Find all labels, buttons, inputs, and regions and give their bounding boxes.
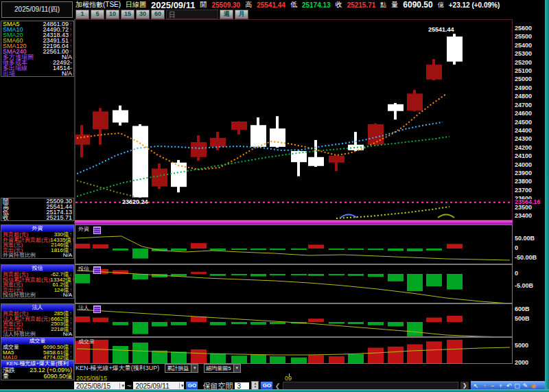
indicator-bar[interactable] bbox=[407, 345, 423, 363]
indicator-bar[interactable] bbox=[348, 322, 364, 324]
indicator-bar[interactable] bbox=[426, 274, 442, 286]
indicator-bar[interactable] bbox=[426, 318, 442, 322]
indicator-bar[interactable] bbox=[447, 244, 463, 249]
indicator-bar[interactable] bbox=[132, 343, 148, 363]
indicator-bar[interactable] bbox=[308, 274, 324, 276]
indicator-bar[interactable] bbox=[329, 249, 344, 250]
candle-body[interactable] bbox=[191, 142, 207, 157]
period-button-日[interactable]: 日 bbox=[166, 10, 218, 19]
legend-icon[interactable] bbox=[93, 305, 101, 313]
indicator-bar[interactable] bbox=[447, 340, 463, 363]
indicator-bar[interactable] bbox=[93, 244, 108, 249]
indicator-bar[interactable] bbox=[388, 274, 404, 281]
right-edge-scrollbar[interactable] bbox=[545, 0, 549, 392]
period-button-60[interactable]: 60 bbox=[151, 10, 165, 19]
indicator-bar[interactable] bbox=[368, 348, 384, 363]
indicator-bar[interactable] bbox=[191, 272, 207, 274]
indicator-bar[interactable] bbox=[210, 274, 226, 276]
indicator-bar[interactable] bbox=[231, 356, 247, 363]
chevron-down-icon[interactable]: ▾ bbox=[233, 365, 240, 372]
indicator-bar[interactable] bbox=[132, 249, 148, 259]
indicator-bar[interactable] bbox=[368, 274, 384, 277]
indicator-bar[interactable] bbox=[368, 249, 384, 250]
candle-body[interactable] bbox=[171, 163, 187, 187]
indicator-bar[interactable] bbox=[426, 249, 442, 251]
cursor-icon[interactable]: ↖ bbox=[472, 382, 480, 389]
indicator-bar[interactable] bbox=[113, 249, 128, 251]
keep-space-input[interactable]: 3 bbox=[235, 382, 249, 390]
chevron-down-icon[interactable]: ▾ bbox=[179, 383, 184, 389]
indicator-bar[interactable] bbox=[447, 274, 463, 290]
period-button-週[interactable]: 週 bbox=[220, 10, 233, 19]
candle-body[interactable] bbox=[132, 126, 148, 197]
indicator-bar[interactable] bbox=[75, 316, 90, 322]
indicator-bar[interactable] bbox=[270, 249, 285, 250]
zoom-out-icon[interactable]: − bbox=[489, 382, 496, 389]
candle-body[interactable] bbox=[407, 93, 423, 111]
panel-foreign[interactable]: 外資 bbox=[75, 224, 513, 264]
indicator-bar[interactable] bbox=[231, 249, 247, 250]
splitter-handle[interactable]: ❮ bbox=[274, 382, 280, 390]
indicator-bar[interactable] bbox=[407, 249, 423, 251]
clock-icon[interactable]: ◔ bbox=[480, 382, 488, 389]
indicator-bar[interactable] bbox=[75, 274, 90, 284]
indicator-bar[interactable] bbox=[348, 249, 364, 250]
indicator-bar[interactable] bbox=[171, 322, 187, 325]
alert-bell-icon[interactable]: ◉ bbox=[530, 382, 537, 389]
indicator-bar[interactable] bbox=[329, 322, 344, 324]
indicator-bar[interactable] bbox=[152, 322, 167, 326]
indicator-bar[interactable] bbox=[407, 274, 423, 291]
indicator-bar[interactable] bbox=[191, 243, 207, 249]
panel-volume[interactable]: 成交量 bbox=[75, 337, 513, 364]
indicator-bar[interactable] bbox=[308, 355, 324, 363]
indicator-bar[interactable] bbox=[210, 322, 226, 325]
indicator-bar[interactable] bbox=[93, 318, 108, 322]
expand-icon[interactable]: ▢ bbox=[513, 382, 521, 389]
candle-body[interactable] bbox=[308, 157, 324, 166]
indicator-bar[interactable] bbox=[291, 274, 307, 275]
indicator-bar[interactable] bbox=[250, 322, 266, 325]
indicator-bar[interactable] bbox=[291, 249, 307, 250]
period-button-10[interactable]: 10 bbox=[106, 10, 119, 19]
candle-body[interactable] bbox=[113, 111, 128, 123]
indicator-bar[interactable] bbox=[250, 249, 266, 250]
indicator-bar[interactable] bbox=[250, 355, 266, 363]
chevron-down-icon[interactable]: ▾ bbox=[119, 383, 124, 389]
indicator-bar[interactable] bbox=[113, 322, 128, 325]
candle-body[interactable] bbox=[368, 124, 384, 145]
legend-icon[interactable] bbox=[93, 227, 101, 234]
indicator-dropdown-2[interactable]: 細均量圖5 ▾ bbox=[204, 364, 240, 373]
indicator-bar[interactable] bbox=[270, 356, 285, 363]
legend-icon[interactable] bbox=[93, 266, 101, 274]
indicator-bar[interactable] bbox=[250, 274, 266, 277]
candle-body[interactable] bbox=[329, 156, 344, 163]
stepper-down-icon[interactable]: ▾ bbox=[252, 385, 258, 389]
period-button-30[interactable]: 30 bbox=[136, 10, 150, 19]
candle-body[interactable] bbox=[152, 169, 167, 187]
indicator-bar[interactable] bbox=[231, 322, 247, 324]
indicator-bar[interactable] bbox=[308, 319, 324, 322]
indicator-bar[interactable] bbox=[388, 347, 404, 363]
indicator-bar[interactable] bbox=[113, 346, 128, 363]
candle-body[interactable] bbox=[447, 36, 463, 61]
candle-body[interactable] bbox=[426, 65, 442, 80]
candle-body[interactable] bbox=[270, 128, 285, 147]
panel-trust[interactable]: 投信 bbox=[75, 264, 513, 303]
indicator-bar[interactable] bbox=[388, 322, 404, 326]
period-button-1[interactable]: 1 bbox=[75, 10, 89, 19]
period-button-月[interactable]: 月 bbox=[235, 10, 248, 19]
candle-body[interactable] bbox=[231, 122, 247, 130]
indicator-bar[interactable] bbox=[447, 316, 463, 322]
period-button-15[interactable]: 15 bbox=[121, 10, 135, 19]
indicator-bar[interactable] bbox=[171, 351, 187, 363]
indicator-bar[interactable] bbox=[426, 341, 442, 363]
indicator-bar[interactable] bbox=[191, 349, 207, 363]
indicator-bar[interactable] bbox=[407, 322, 423, 336]
chevron-down-icon[interactable]: ▾ bbox=[191, 365, 198, 372]
period-button-5[interactable]: 5 bbox=[91, 10, 104, 19]
draw-icon[interactable]: ✎ bbox=[522, 382, 529, 389]
indicator-bar[interactable] bbox=[329, 274, 344, 275]
indicator-bar[interactable] bbox=[348, 274, 364, 276]
panel-institution[interactable]: 法人 bbox=[75, 303, 513, 337]
indicator-bar[interactable] bbox=[132, 322, 148, 334]
